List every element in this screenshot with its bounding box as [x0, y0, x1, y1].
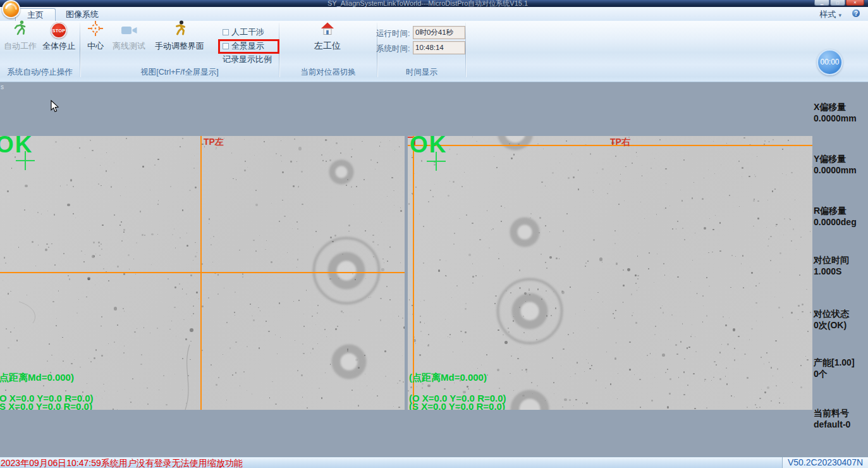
alignment-rings-right [408, 136, 812, 410]
alignment-vline-right [413, 136, 414, 410]
tp-left-label: TP左 [204, 137, 224, 148]
measurement-line: (点距离Md=0.000) [409, 372, 487, 384]
ribbon: 自动工作 STOP 全体停止 系统自动/停止操作 中心 离线测试 手动调整界面 … [0, 21, 868, 82]
tab-home[interactable]: 主页 [15, 8, 56, 21]
stat-part-number: 当前料号default-0 [814, 407, 868, 430]
center-button[interactable]: 中心 [82, 22, 109, 52]
status-bar: 2023年09月06日10:47:59系统用户没有登录无法使用缩放功能 V50.… [0, 457, 868, 468]
manual-intervention-checkbox[interactable]: 人工干涉 [223, 27, 264, 37]
record-scale-item[interactable]: 记录显示比例 [223, 54, 272, 65]
group-label-view: 视图[Ctrl+F/f全屏显示] [80, 66, 279, 78]
stat-capacity: 产能[1.00]0个 [814, 357, 868, 379]
stop-icon: STOP [51, 22, 67, 39]
measurement-line: (S X=0.0 Y=0.0 R=0.0) [409, 401, 505, 410]
version-label: V50.2C20230407N [782, 457, 868, 468]
ribbon-tab-row: 主页 图像系统 样式▾ ? [0, 7, 868, 21]
manual-adjust-button[interactable]: 手动调整界面 [150, 22, 209, 52]
stat-align-status: 对位状态0次(OK) [814, 308, 868, 331]
main-area: s OK TP左 (点距离Md=0.000) (O X=0.0 Y=0.0 R=… [0, 82, 868, 457]
stop-all-button[interactable]: STOP 全体停止 [40, 22, 78, 52]
person-icon [172, 20, 187, 39]
measurement-line: (点距离Md=0.000) [0, 372, 74, 384]
status-message: 2023年09月06日10:47:59系统用户没有登录无法使用缩放功能 [1, 458, 243, 468]
application-window: SY_AliagnSystemLinkToWorld---MicroDistPr… [0, 0, 868, 468]
stat-r-offset: R偏移量0.0000deg [814, 205, 868, 228]
auto-work-button[interactable]: 自动工作 [3, 22, 38, 52]
camera-view-left[interactable]: OK TP左 (点距离Md=0.000) (O X=0.0 Y=0.0 R=0.… [0, 136, 405, 410]
mouse-cursor [51, 100, 59, 113]
sys-time-label: 系统时间: [376, 44, 410, 54]
camera-view-right[interactable]: OK TP右 (点距离Md=0.000) (O X=0.0 Y=0.0 R=0.… [408, 136, 812, 410]
stat-align-time: 对位时间1.000S [814, 254, 868, 277]
crosshair-marker [16, 151, 35, 170]
minimize-button[interactable]: ▁ [814, 0, 829, 6]
run-time-field: 0时0分41秒 [413, 26, 465, 39]
crosshair-icon [88, 21, 103, 39]
run-time-label: 运行时间: [376, 28, 410, 39]
stat-x-offset: X偏移量0.0000mm [814, 101, 868, 124]
group-label-system: 系统自动/停止操作 [0, 66, 80, 78]
tab-image-system[interactable]: 图像系统 [59, 8, 106, 21]
left-station-button[interactable]: 左工位 [303, 22, 351, 52]
app-logo-button[interactable] [2, 0, 20, 18]
timer-badge: 00:00 [817, 49, 843, 75]
screen-artifact: s [1, 83, 4, 90]
alignment-hline-left [0, 272, 405, 273]
camera-icon [121, 25, 138, 39]
checkbox-icon [223, 29, 229, 35]
group-label-time: 时间显示 [377, 66, 466, 78]
group-label-station: 当前对位器切换 [279, 66, 377, 78]
sys-time-field: 10:48:14 [413, 41, 465, 54]
crosshair-marker [427, 152, 446, 171]
window-title: SY_AliagnSystemLinkToWorld---MicroDistPr… [327, 0, 528, 7]
tp-right-label: TP右 [610, 137, 630, 148]
measurement-line: (S X=0.0 Y=0.0 R=0.0) [0, 401, 92, 410]
style-caret-icon: ▾ [838, 12, 841, 18]
help-icon[interactable]: ? [852, 9, 860, 18]
close-button[interactable]: ✕ [846, 0, 864, 6]
house-icon [319, 21, 336, 39]
offline-test-button[interactable]: 离线测试 [111, 22, 147, 52]
panorama-checkbox[interactable]: 全景显示 [223, 41, 264, 51]
stat-y-offset: Y偏移量0.0000mm [814, 153, 868, 176]
title-bar: SY_AliagnSystemLinkToWorld---MicroDistPr… [0, 0, 868, 7]
running-man-icon [12, 20, 28, 39]
checkbox-icon [223, 43, 229, 49]
maximize-button[interactable]: ▢ [830, 0, 845, 6]
style-menu[interactable]: 样式▾ [819, 9, 841, 20]
